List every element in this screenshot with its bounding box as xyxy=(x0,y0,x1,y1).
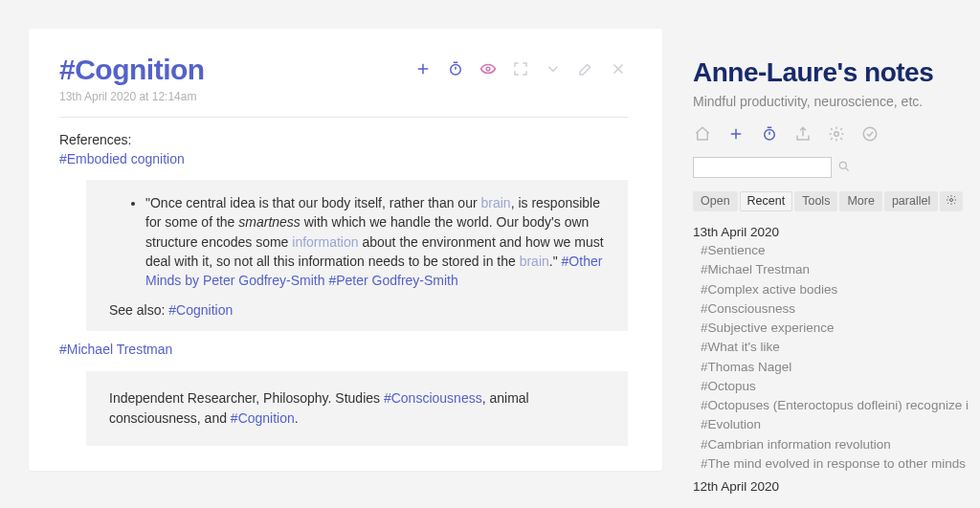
home-icon[interactable] xyxy=(693,124,712,144)
reference-link-embodied[interactable]: #Embodied cognition xyxy=(59,151,185,166)
new-tiddler-icon[interactable] xyxy=(726,124,746,144)
reference-link-trestman[interactable]: #Michael Trestman xyxy=(59,342,172,357)
fullscreen-icon[interactable] xyxy=(511,59,530,78)
new-journal-icon[interactable] xyxy=(760,124,779,144)
svg-point-4 xyxy=(863,127,877,141)
tab-gear-icon[interactable] xyxy=(940,191,963,211)
svg-point-3 xyxy=(835,132,839,137)
bio-block: Independent Researcher, Philosophy. Stud… xyxy=(86,371,628,446)
list-item[interactable]: #Sentience xyxy=(701,241,980,260)
edit-icon[interactable] xyxy=(576,59,595,78)
tab-tools[interactable]: Tools xyxy=(794,191,837,211)
svg-point-5 xyxy=(839,162,846,168)
gear-icon[interactable] xyxy=(827,124,846,144)
eye-icon[interactable] xyxy=(479,59,498,78)
list-item[interactable]: #Thomas Nagel xyxy=(701,358,980,377)
tiddler-title: #Cognition xyxy=(59,54,205,86)
sidebar-tools xyxy=(693,124,980,144)
link-cognition[interactable]: #Cognition xyxy=(231,410,295,426)
recent-list: 13th April 2020 #Sentience #Michael Tres… xyxy=(693,225,980,494)
tiddler-toolbar xyxy=(413,59,628,78)
list-item[interactable]: #Complex active bodies xyxy=(701,280,980,299)
tiddler-date: 13th April 2020 at 12:14am xyxy=(59,90,628,103)
timer-icon[interactable] xyxy=(446,59,465,78)
see-also-label: See also: xyxy=(109,302,168,318)
see-also-link[interactable]: #Cognition xyxy=(168,302,233,318)
sidebar: Anne-Laure's notes Mindful productivity,… xyxy=(662,0,980,508)
search-icon[interactable] xyxy=(837,160,851,176)
tab-parallel[interactable]: parallel xyxy=(884,191,938,211)
references-label: References: xyxy=(59,131,628,150)
link-brain[interactable]: brain xyxy=(481,195,511,210)
tag-godfrey-smith[interactable]: #Peter Godfrey-Smith xyxy=(328,273,457,288)
list-item[interactable]: #Consciousness xyxy=(701,299,980,319)
list-item[interactable]: #Octopus xyxy=(701,377,980,396)
quote-text: "Once central idea is that our body itse… xyxy=(145,195,481,210)
link-consciousness[interactable]: #Consciousness xyxy=(384,390,482,406)
site-subtitle: Mindful productivity, neuroscience, etc. xyxy=(693,94,980,109)
link-brain-2[interactable]: brain xyxy=(520,254,549,269)
chevron-down-icon[interactable] xyxy=(544,59,563,78)
tiddler-card: #Cognition 13th April 2020 at 12:14am Re… xyxy=(29,29,662,471)
list-item[interactable]: #Octopuses (Enteroctopus dofleini) recog… xyxy=(701,396,980,415)
export-icon[interactable] xyxy=(793,124,813,144)
quote-block: "Once central idea is that our body itse… xyxy=(86,180,628,331)
list-item[interactable]: #Subjective experience xyxy=(701,319,980,338)
list-item[interactable]: #Cambrian information revolution xyxy=(701,435,980,454)
tab-open[interactable]: Open xyxy=(693,191,738,211)
close-icon[interactable] xyxy=(609,59,628,78)
svg-point-6 xyxy=(950,199,953,202)
tab-more[interactable]: More xyxy=(839,191,881,211)
list-item[interactable]: #Evolution xyxy=(701,415,980,434)
new-here-icon[interactable] xyxy=(413,59,433,78)
tab-recent[interactable]: Recent xyxy=(740,191,793,211)
site-title[interactable]: Anne-Laure's notes xyxy=(693,57,980,88)
list-item[interactable]: #Michael Trestman xyxy=(701,260,980,279)
search-input[interactable] xyxy=(693,157,832,178)
recent-date: 13th April 2020 xyxy=(693,225,980,239)
sidebar-tabs: Open Recent Tools More parallel xyxy=(693,191,980,211)
list-item[interactable]: #The mind evolved in response to other m… xyxy=(701,454,980,474)
save-icon[interactable] xyxy=(860,124,880,144)
link-information[interactable]: information xyxy=(292,234,358,250)
divider xyxy=(59,117,628,118)
svg-point-1 xyxy=(486,67,490,71)
list-item[interactable]: #What it's like xyxy=(701,338,980,357)
recent-date: 12th April 2020 xyxy=(693,479,980,494)
